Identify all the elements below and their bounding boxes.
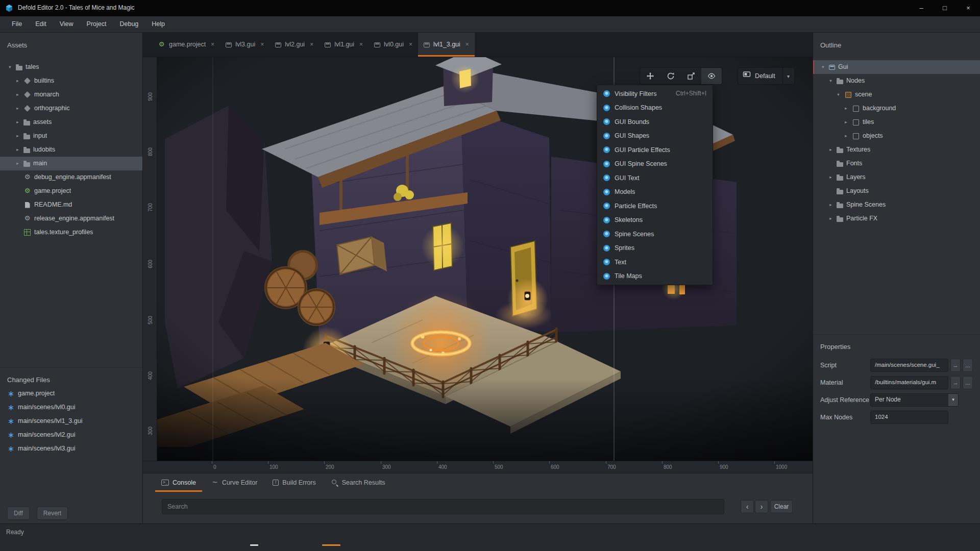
asset-tree-item[interactable]: ▾ tales [0,60,142,74]
outline-tree-item[interactable]: ▾ scene [813,88,980,102]
outline-tree-item[interactable]: ▸ Spine Scenes [813,198,980,212]
max-nodes-field[interactable]: 1024 [870,411,948,424]
visibility-filter-item[interactable]: Sprites [597,241,713,256]
outline-tree-item[interactable]: ▸ Particle FX [813,212,980,226]
visibility-filters-button[interactable] [701,68,722,84]
adjust-reference-select[interactable]: Per Node ▾ [870,393,959,407]
menu-item[interactable]: Debug [113,16,145,32]
bottom-tab[interactable]: Curve Editor [205,473,263,492]
toggle-on-icon[interactable] [603,90,610,97]
toggle-on-icon[interactable] [603,105,610,111]
toggle-on-icon[interactable] [603,273,610,280]
menu-item[interactable]: Edit [29,16,53,32]
outline-tree-item[interactable]: ▸ tiles [813,115,980,129]
asset-tree-item[interactable]: ▸ builtins [0,74,142,88]
expander-icon[interactable]: ▸ [15,106,20,111]
expander-icon[interactable]: ▸ [15,147,20,153]
expander-icon[interactable]: ▸ [15,119,20,125]
expander-icon[interactable]: ▸ [828,147,834,153]
editor-tab[interactable]: game.project × [152,33,220,57]
revert-button[interactable]: Revert [37,507,68,520]
outline-tree-item[interactable]: ▾ Gui [813,60,980,74]
asset-tree-item[interactable]: ▸ monarch [0,88,142,102]
material-resource-field[interactable]: /builtins/materials/gui.m [870,376,948,389]
rotate-tool-button[interactable] [660,68,681,84]
visibility-filter-item[interactable]: Skeletons [597,213,713,228]
toggle-on-icon[interactable] [603,161,610,167]
changed-file-item[interactable]: game.project [0,387,142,400]
toggle-on-icon[interactable] [603,174,610,181]
visibility-filter-item[interactable]: GUI Shapes [597,129,713,143]
script-resource-field[interactable]: /main/scenes/scene.gui_ [870,359,948,372]
outline-tree-item[interactable]: ▾ Nodes [813,74,980,88]
material-browse-resource-button[interactable]: … [963,376,973,389]
clear-button[interactable]: Clear [770,500,793,513]
expander-icon[interactable]: ▸ [15,133,20,139]
editor-tab[interactable]: lvl1.gui × [319,33,369,57]
expander-icon[interactable]: ▸ [15,161,20,166]
expander-icon[interactable]: ▾ [820,64,826,70]
expander-icon[interactable]: ▸ [15,78,20,84]
visibility-filter-item[interactable]: Text [597,255,713,269]
toggle-on-icon[interactable] [603,217,610,223]
asset-tree-item[interactable]: ▸ main [0,157,142,170]
changed-file-item[interactable]: main/scenes/lvl2.gui [0,428,142,442]
changed-file-item[interactable]: main/scenes/lvl0.gui [0,400,142,414]
editor-tab[interactable]: lvl1_3.gui × [418,33,475,57]
visibility-filter-item[interactable]: GUI Text [597,171,713,185]
expander-icon[interactable]: ▾ [828,78,834,84]
expander-icon[interactable]: ▸ [843,106,849,111]
tab-close-icon[interactable]: × [409,41,412,49]
scale-tool-button[interactable] [681,68,701,84]
expander-icon[interactable]: ▾ [836,92,841,97]
editor-tab[interactable]: lvl3.gui × [220,33,270,57]
tab-close-icon[interactable]: × [359,41,363,49]
expander-icon[interactable]: ▸ [843,119,849,125]
expander-icon[interactable]: ▸ [828,202,834,208]
asset-tree-item[interactable]: ▸ input [0,129,142,143]
maximize-button[interactable]: □ [933,0,957,16]
tab-close-icon[interactable]: × [260,41,264,49]
outline-tree-item[interactable]: ▸ background [813,102,980,115]
console-search-input[interactable] [162,499,724,514]
bottom-tab[interactable]: Console [155,473,202,492]
asset-tree-item[interactable]: ▸ ludobits [0,143,142,157]
outline-tree-item[interactable]: Layouts [813,184,980,198]
tab-close-icon[interactable]: × [310,41,313,49]
toggle-on-icon[interactable] [603,245,610,252]
visibility-filter-item[interactable]: GUI Particle Effects [597,143,713,157]
visibility-filters-header-item[interactable]: Visibility Filters Ctrl+Shift+I [597,87,713,101]
search-next-button[interactable]: › [755,500,768,513]
bottom-tab[interactable]: Search Results [325,473,391,492]
asset-tree-item[interactable]: game.project [0,184,142,198]
toggle-on-icon[interactable] [603,146,610,153]
menu-item[interactable]: View [53,16,80,32]
expander-icon[interactable]: ▸ [843,133,849,139]
tab-close-icon[interactable]: × [211,41,214,49]
asset-tree-item[interactable]: tales.texture_profiles [0,226,142,239]
script-browse-resource-button[interactable]: … [963,359,973,372]
expander-icon[interactable]: ▸ [828,216,834,221]
toggle-on-icon[interactable] [603,259,610,265]
asset-tree-item[interactable]: README.md [0,198,142,212]
toggle-on-icon[interactable] [603,189,610,195]
changed-file-item[interactable]: main/scenes/lvl1_3.gui [0,414,142,428]
close-button[interactable]: × [957,0,980,16]
scene-viewport[interactable]: 900800700600500400300 010020030040050060… [143,57,813,473]
move-tool-button[interactable] [640,68,660,84]
visibility-filter-item[interactable]: GUI Spine Scenes [597,157,713,171]
visibility-filter-item[interactable]: GUI Bounds [597,115,713,129]
toggle-on-icon[interactable] [603,118,610,125]
script-open-resource-button[interactable]: → [950,359,961,372]
bottom-tab[interactable]: Build Errors [266,473,322,492]
minimize-button[interactable]: – [910,0,933,16]
editor-tab[interactable]: lvl0.gui × [369,33,418,57]
outline-tree-item[interactable]: ▸ Textures [813,143,980,157]
toggle-on-icon[interactable] [603,231,610,237]
asset-tree-item[interactable]: debug_engine.appmanifest [0,170,142,184]
chevron-down-icon[interactable]: ▾ [948,394,958,406]
editor-tab[interactable]: lvl2.gui × [270,33,319,57]
expander-icon[interactable]: ▸ [828,174,834,180]
tab-close-icon[interactable]: × [465,41,469,49]
expander-icon[interactable]: ▾ [7,64,13,70]
